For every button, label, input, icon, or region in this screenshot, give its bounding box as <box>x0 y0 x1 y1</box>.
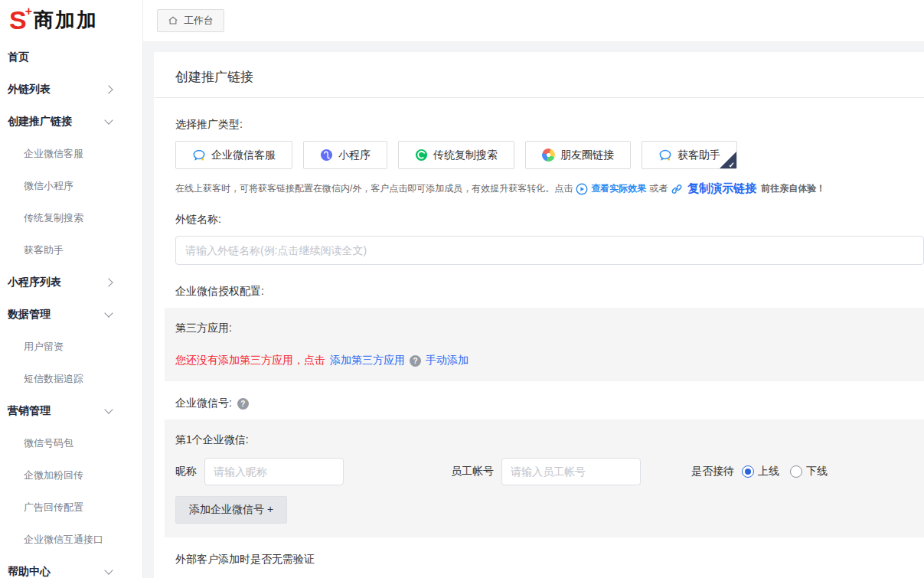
chevron-down-icon <box>104 405 113 413</box>
sidebar-item-user-leads[interactable]: 用户留资 <box>0 331 142 363</box>
promo-option-label: 小程序 <box>338 149 371 162</box>
chevron-down-icon <box>104 309 113 317</box>
radio-offline[interactable]: 下线 <box>790 465 828 478</box>
radio-icon <box>742 465 754 478</box>
hint-text: 或者 <box>649 182 668 195</box>
link-name-label: 外链名称: <box>175 213 924 227</box>
staff-account-label: 员工帐号 <box>451 465 494 478</box>
sidebar-item-ad-callback-config[interactable]: 广告回传配置 <box>0 491 142 524</box>
sidebar-item-acquisition-assistant[interactable]: 获客助手 <box>0 234 142 266</box>
wecom-account-label: 企业微信号: <box>175 397 232 410</box>
manual-add-link[interactable]: 手动添加 <box>426 354 469 367</box>
third-party-panel: 第三方应用: 您还没有添加第三方应用，点击 添加第三方应用 ? 手动添加 <box>165 308 924 381</box>
sidebar-item-label: 外链列表 <box>8 83 51 96</box>
radio-offline-label: 下线 <box>806 465 828 478</box>
radio-online-label: 上线 <box>758 465 779 478</box>
brand-logo: S+商加加 <box>0 0 142 40</box>
play-icon[interactable] <box>576 183 588 195</box>
sidebar-item-external-links[interactable]: 外链列表 <box>0 73 142 106</box>
sidebar-item-miniprogram-list[interactable]: 小程序列表 <box>0 266 142 299</box>
nickname-label: 昵称 <box>175 465 197 478</box>
promo-option-label: 企业微信客服 <box>211 149 276 162</box>
promo-option-acquisition-assistant[interactable]: 获客助手 ✓ <box>642 141 737 169</box>
hint-text: 前往亲自体验！ <box>761 182 825 195</box>
sidebar-item-wecom-fans-callback[interactable]: 企微加粉回传 <box>0 459 142 491</box>
sidebar-item-label: 小程序列表 <box>8 276 61 289</box>
main-content: 创建推广链接 选择推广类型: 企业微信客服 小程序 <box>143 42 924 578</box>
copy-search-icon <box>415 149 428 162</box>
sidebar-item-copy-search[interactable]: 传统复制搜索 <box>0 202 142 234</box>
sidebar-item-label: 帮助中心 <box>8 565 51 578</box>
promo-option-label: 传统复制搜索 <box>433 149 498 162</box>
verify-label: 外部客户添加时是否无需验证 <box>175 553 924 567</box>
sidebar-item-wechat-miniprogram[interactable]: 微信小程序 <box>0 170 142 202</box>
tab-workbench[interactable]: 工作台 <box>157 9 224 32</box>
sidebar-item-label: 数据管理 <box>8 308 51 322</box>
sidebar-item-label: 传统复制搜索 <box>24 211 83 225</box>
nickname-input[interactable] <box>204 458 344 485</box>
wecom-group-title: 第1个企业微信: <box>175 433 913 447</box>
promo-type-label: 选择推广类型: <box>175 118 924 132</box>
sidebar-item-label: 营销管理 <box>8 404 51 418</box>
promo-type-options: 企业微信客服 小程序 传统复制搜索 <box>175 141 924 169</box>
sidebar-item-wecom-interop-api[interactable]: 企业微信互通接口 <box>0 524 142 556</box>
sidebar-menu: 首页 外链列表 创建推广链接 企业微信客服 微信小程序 传统复制搜索 获客助手 … <box>0 40 142 578</box>
chevron-down-icon <box>104 116 113 124</box>
link-icon[interactable] <box>671 183 683 195</box>
chevron-down-icon <box>104 566 113 574</box>
sidebar-item-label: 微信号码包 <box>24 436 73 450</box>
view-demo-link[interactable]: 查看实际效果 <box>591 182 646 195</box>
add-wecom-account-button[interactable]: 添加企业微信号 + <box>175 496 287 524</box>
wecom-account-label-row: 企业微信号: ? <box>175 397 924 410</box>
add-third-party-link[interactable]: 添加第三方应用 <box>330 354 405 367</box>
card-body: 选择推广类型: 企业微信客服 小程序 <box>154 118 924 578</box>
help-icon[interactable]: ? <box>410 355 421 367</box>
sidebar-item-home[interactable]: 首页 <box>0 41 142 73</box>
account-row: 昵称 员工帐号 是否接待 上线 下线 <box>175 458 913 485</box>
sidebar-item-label: 微信小程序 <box>24 179 73 193</box>
promo-option-copy-search[interactable]: 传统复制搜索 <box>398 141 514 169</box>
help-icon[interactable]: ? <box>237 398 249 410</box>
third-party-label: 第三方应用: <box>175 322 913 335</box>
sidebar-item-help-center[interactable]: 帮助中心 <box>0 556 142 578</box>
sidebar-item-wecom-customer-service[interactable]: 企业微信客服 <box>0 138 142 170</box>
sidebar-item-label: 首页 <box>8 51 29 64</box>
promo-option-moments-link[interactable]: 朋友圈链接 <box>525 141 631 169</box>
sidebar-item-label: 企业微信客服 <box>24 147 83 161</box>
acquisition-icon <box>658 149 672 162</box>
copy-demo-link[interactable]: 复制演示链接 <box>687 181 756 196</box>
home-icon <box>168 15 178 26</box>
sidebar-item-marketing-management[interactable]: 营销管理 <box>0 395 142 427</box>
warning-text: 您还没有添加第三方应用，点击 <box>175 354 325 367</box>
card-header: 创建推广链接 <box>154 52 924 98</box>
promo-option-miniprogram[interactable]: 小程序 <box>303 141 387 169</box>
create-promo-link-card: 创建推广链接 选择推广类型: 企业微信客服 小程序 <box>154 52 924 578</box>
sidebar-item-create-promo-link[interactable]: 创建推广链接 <box>0 106 142 138</box>
radio-online[interactable]: 上线 <box>742 465 779 478</box>
brand-logo-text: 商加加 <box>34 7 98 34</box>
hint-text: 在线上获客时，可将获客链接配置在微信内/外，客户点击即可添加成员，有效提升获客转… <box>175 182 573 195</box>
sidebar-item-label: 企微加粉回传 <box>24 469 83 482</box>
brand-logo-s: S <box>9 7 27 33</box>
sidebar-item-wechat-number-pack[interactable]: 微信号码包 <box>0 427 142 459</box>
sidebar-item-label: 获客助手 <box>24 243 64 257</box>
sidebar-item-label: 广告回传配置 <box>24 501 83 514</box>
hint-row: 在线上获客时，可将获客链接配置在微信内/外，客户点击即可添加成员，有效提升获客转… <box>175 181 924 196</box>
sidebar: S+商加加 首页 外链列表 创建推广链接 企业微信客服 微信小程序 传统复制搜索… <box>0 0 143 578</box>
sidebar-item-data-management[interactable]: 数据管理 <box>0 299 142 331</box>
link-name-input[interactable] <box>175 236 924 265</box>
sidebar-item-label: 创建推广链接 <box>8 115 72 129</box>
radio-icon <box>790 465 802 478</box>
moments-icon <box>540 147 557 164</box>
auth-config-label: 企业微信授权配置: <box>175 285 924 299</box>
page-title: 创建推广链接 <box>175 68 903 86</box>
sidebar-item-sms-tracking[interactable]: 短信数据追踪 <box>0 363 142 395</box>
tab-workbench-label: 工作台 <box>184 14 214 28</box>
wecom-account-panel: 第1个企业微信: 昵称 员工帐号 是否接待 上线 下线 <box>165 420 924 537</box>
wecom-chat-icon <box>192 149 206 162</box>
promo-option-wecom-customer-service[interactable]: 企业微信客服 <box>175 141 292 169</box>
check-icon: ✓ <box>729 161 735 169</box>
staff-account-input[interactable] <box>501 458 641 485</box>
sidebar-item-label: 短信数据追踪 <box>24 372 83 386</box>
third-party-warning-row: 您还没有添加第三方应用，点击 添加第三方应用 ? 手动添加 <box>175 354 913 367</box>
